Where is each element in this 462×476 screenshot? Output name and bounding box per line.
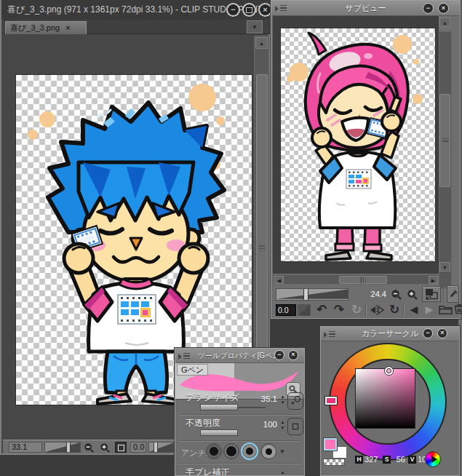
scroll-grip: [361, 277, 366, 283]
tab-list-dropdown-button[interactable]: ▼: [247, 20, 263, 33]
canvas-rotation-value: 0.0: [130, 442, 146, 453]
folder-icon: [439, 304, 453, 315]
fit-to-navigator-icon: [424, 287, 439, 301]
subview-scroll-left-icon[interactable]: ◀: [274, 276, 284, 284]
subview-panel: サブビュー − ×: [271, 0, 461, 319]
opacity-value[interactable]: 100: [251, 420, 277, 429]
opacity-label: 不透明度: [186, 417, 220, 429]
sv-marker[interactable]: [385, 367, 393, 375]
document-tab[interactable]: 喜び_3_3.png ×: [5, 21, 87, 34]
subview-eyedropper-button[interactable]: [447, 285, 459, 303]
open-file-button[interactable]: [437, 303, 453, 317]
reset-view-button[interactable]: ↻: [386, 302, 402, 317]
play-icon: [431, 456, 437, 463]
subview-hscroll-thumb[interactable]: [339, 276, 387, 284]
reset-rotation-button[interactable]: ↻: [349, 302, 365, 317]
zoom-out-icon: [83, 442, 95, 453]
flip-horizontal-icon: [369, 304, 385, 316]
opacity-slider[interactable]: [200, 429, 238, 436]
maximize-icon: [246, 7, 252, 13]
primary-color-swatch[interactable]: [324, 438, 337, 451]
subview-zoom-in-button[interactable]: [405, 287, 419, 301]
saturation-value-square[interactable]: [355, 368, 415, 429]
subview-vscroll-thumb[interactable]: [439, 94, 450, 187]
brush-size-slider[interactable]: [200, 404, 238, 410]
anti-aliasing-strong-button[interactable]: [260, 443, 276, 459]
saturation-badge: S: [383, 456, 391, 464]
tool-name-chip[interactable]: Gペン: [177, 364, 208, 376]
tab-close-icon[interactable]: ×: [65, 24, 70, 32]
subview-scroll-right-icon[interactable]: ▶: [429, 276, 438, 284]
opacity-spinner-down[interactable]: ▼: [279, 426, 286, 430]
subview-zoom-out-button[interactable]: [389, 287, 403, 301]
brush-size-spinner-down[interactable]: ▼: [279, 400, 286, 405]
subview-zoom-value: 24.4: [360, 290, 386, 298]
subview-fit-button[interactable]: [422, 286, 441, 302]
subview-minimize-button[interactable]: −: [423, 3, 434, 14]
scroll-up-icon[interactable]: ▲: [255, 37, 268, 49]
stabilization-spinner-up[interactable]: ▲: [279, 470, 286, 475]
window-maximize-button[interactable]: [242, 3, 256, 17]
square-icon: [289, 420, 302, 433]
previous-image-button[interactable]: ◀: [407, 304, 421, 315]
zoom-out-icon: [390, 288, 402, 301]
separator: [403, 304, 404, 317]
scroll-grip: [259, 246, 266, 251]
tool-property-titlebar[interactable]: ツールプロパティ[Gペン] − ×: [175, 349, 304, 363]
zoom-out-button[interactable]: [82, 441, 95, 453]
zoom-in-button[interactable]: [98, 441, 111, 453]
rotate-right-button[interactable]: ↷: [331, 302, 347, 317]
opacity-spinner-up[interactable]: ▲: [279, 420, 286, 424]
value-badge: V: [408, 456, 416, 464]
saturation-value: 56: [392, 455, 405, 464]
anti-aliasing-dropdown-icon[interactable]: ▼: [279, 448, 285, 455]
rotate-left-button[interactable]: ↶: [314, 302, 330, 317]
brush-size-spinner-up[interactable]: ▲: [279, 394, 286, 399]
subview-canvas[interactable]: [280, 28, 436, 262]
color-circle-close-button[interactable]: ×: [437, 328, 447, 338]
divider: [178, 440, 301, 441]
brush-size-dynamics-button[interactable]: [287, 392, 303, 410]
zoom-in-icon: [99, 442, 111, 453]
subview-horizontal-scrollbar[interactable]: ◀ ▶: [273, 274, 439, 285]
divider: [178, 414, 301, 415]
subview-scroll-up-icon[interactable]: ▲: [439, 17, 450, 27]
canvas-rotation-slider[interactable]: [148, 442, 175, 453]
anti-aliasing-none-button[interactable]: [206, 443, 222, 459]
subview-scroll-down-icon[interactable]: ▼: [439, 262, 450, 271]
brush-size-value[interactable]: 35.1: [251, 394, 277, 403]
next-image-button[interactable]: ▶: [422, 304, 437, 315]
scroll-grip: [442, 138, 448, 143]
canvas-zoom-slider[interactable]: [44, 442, 81, 453]
subview-artwork-girl: [281, 28, 437, 263]
transparent-color-swatch[interactable]: [323, 459, 345, 466]
brush-size-label: ブラシサイズ: [186, 392, 239, 404]
anti-aliasing-weak-button[interactable]: [223, 443, 239, 459]
document-tab-label: 喜び_3_3.png: [10, 23, 60, 33]
opacity-dynamics-button[interactable]: [287, 418, 303, 435]
hue-badge: H: [355, 456, 363, 464]
document-tab-bar: 喜び_3_3.png × ▼: [3, 20, 270, 34]
color-circle-minimize-button[interactable]: −: [423, 328, 433, 338]
tool-property-minimize-button[interactable]: −: [274, 350, 284, 360]
brush-size-slider-track[interactable]: [238, 407, 266, 408]
color-model-toggle-button[interactable]: [425, 451, 441, 467]
color-circle-titlebar[interactable]: カラーサークル − ×: [321, 327, 459, 341]
hue-marker[interactable]: [325, 397, 337, 405]
anti-aliasing-middle-button[interactable]: [241, 443, 258, 460]
tool-property-title: ツールプロパティ[Gペン]: [175, 349, 304, 362]
subview-rotation-value: 0.0: [276, 304, 296, 316]
pen-pressure-icon: [289, 394, 302, 408]
stabilization-label: 手ブレ補正: [186, 467, 230, 476]
tool-property-close-button[interactable]: ×: [288, 350, 298, 360]
window-minimize-button[interactable]: −: [226, 3, 240, 17]
subview-titlebar[interactable]: サブビュー − ×: [271, 1, 460, 16]
flip-horizontal-button[interactable]: [368, 304, 386, 317]
canvas-zoom-value: 33.1: [9, 442, 42, 453]
subview-zoom-slider[interactable]: [276, 288, 349, 301]
hue-value: 327: [365, 455, 381, 464]
delete-button[interactable]: [453, 301, 462, 317]
fit-to-window-button[interactable]: [115, 442, 127, 453]
subview-rotation-slider[interactable]: [298, 304, 311, 316]
subview-close-button[interactable]: ×: [438, 3, 449, 14]
